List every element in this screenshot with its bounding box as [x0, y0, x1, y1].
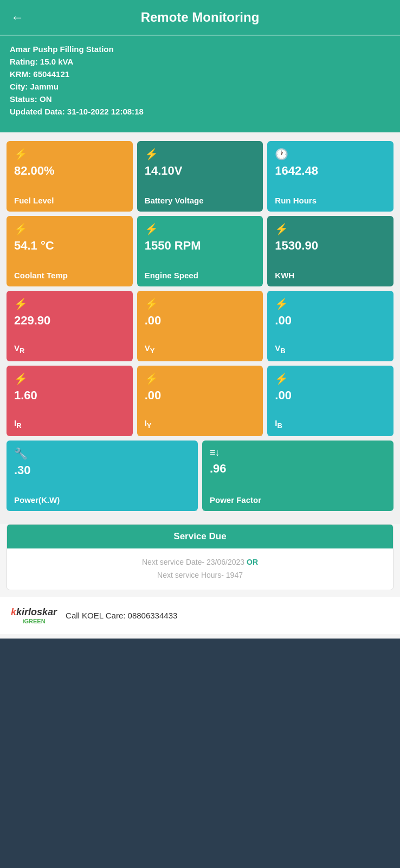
- ir-icon: ⚡: [14, 372, 125, 385]
- vy-card: ⚡ .00 VY: [137, 291, 263, 361]
- power-value: .30: [14, 463, 190, 477]
- power-factor-icon: ≡↓: [210, 447, 386, 458]
- power-factor-label: Power Factor: [210, 495, 386, 505]
- fuel-icon: ⚡: [14, 148, 125, 161]
- vr-icon: ⚡: [14, 297, 125, 310]
- card-row-1: ⚡ 82.00% Fuel Level ⚡ 14.10V Battery Vol…: [7, 141, 393, 212]
- bottom-nav-area: [0, 639, 400, 725]
- updated-data: Updated Data: 31-10-2022 12:08:18: [10, 107, 390, 116]
- krm: KRM: 65044121: [10, 69, 390, 79]
- service-or-text: OR: [247, 558, 258, 566]
- logo: kkirloskar iGREEN: [11, 607, 57, 624]
- card-row-2: ⚡ 54.1 °C Coolant Temp ⚡ 1550 RPM Engine…: [7, 216, 393, 286]
- engine-icon: ⚡: [145, 222, 256, 235]
- vy-icon: ⚡: [145, 297, 256, 310]
- engine-label: Engine Speed: [145, 271, 256, 280]
- vr-value: 229.90: [14, 314, 125, 328]
- fuel-value: 82.00%: [14, 164, 125, 178]
- ir-card: ⚡ 1.60 IR: [7, 366, 133, 436]
- service-due-body: Next service Date- 23/06/2023 OR Next se…: [7, 548, 393, 590]
- card-row-5: 🔧 .30 Power(K.W) ≡↓ .96 Power Factor: [7, 441, 393, 511]
- logo-dot: k: [11, 607, 16, 617]
- power-factor-value: .96: [210, 462, 386, 476]
- page-title: Remote Monitoring: [141, 10, 260, 25]
- contact-info: Call KOEL Care: 08806334433: [66, 611, 177, 620]
- power-factor-card: ≡↓ .96 Power Factor: [202, 441, 393, 511]
- ib-card: ⚡ .00 IB: [267, 366, 393, 436]
- logo-brand-text: kirloskar: [16, 607, 57, 617]
- service-date-text: Next service Date- 23/06/2023: [142, 558, 247, 566]
- iy-label: IY: [145, 418, 256, 430]
- engine-speed-card: ⚡ 1550 RPM Engine Speed: [137, 216, 263, 286]
- power-card: 🔧 .30 Power(K.W): [7, 441, 198, 511]
- kwh-label: KWH: [275, 271, 386, 280]
- vy-label: VY: [145, 343, 256, 355]
- kwh-icon: ⚡: [275, 222, 386, 235]
- city: City: Jammu: [10, 82, 390, 91]
- grid-area: ⚡ 82.00% Fuel Level ⚡ 14.10V Battery Vol…: [0, 132, 400, 524]
- run-hours-label: Run Hours: [275, 196, 386, 205]
- vb-icon: ⚡: [275, 297, 386, 310]
- run-hours-card: 🕐 1642.48 Run Hours: [267, 141, 393, 212]
- header: ← Remote Monitoring: [0, 0, 400, 35]
- battery-voltage-card: ⚡ 14.10V Battery Voltage: [137, 141, 263, 212]
- iy-card: ⚡ .00 IY: [137, 366, 263, 436]
- service-due-section: Service Due Next service Date- 23/06/202…: [7, 524, 393, 590]
- rating: Rating: 15.0 kVA: [10, 57, 390, 66]
- clock-icon: 🕐: [275, 148, 386, 161]
- fuel-label: Fuel Level: [14, 196, 125, 205]
- power-icon: 🔧: [14, 447, 190, 460]
- info-section: Amar Pushp Filling Station Rating: 15.0 …: [0, 35, 400, 132]
- engine-value: 1550 RPM: [145, 239, 256, 253]
- app-wrapper: ← Remote Monitoring Amar Pushp Filling S…: [0, 0, 400, 725]
- service-due-header: Service Due: [7, 525, 393, 548]
- vr-label: VR: [14, 343, 125, 355]
- card-row-4: ⚡ 1.60 IR ⚡ .00 IY ⚡ .00 IB: [7, 366, 393, 436]
- status: Status: ON: [10, 94, 390, 104]
- station-name: Amar Pushp Filling Station: [10, 44, 390, 54]
- ir-label: IR: [14, 418, 125, 430]
- power-label: Power(K.W): [14, 495, 190, 505]
- card-row-3: ⚡ 229.90 VR ⚡ .00 VY ⚡ .00 VB: [7, 291, 393, 361]
- ib-value: .00: [275, 388, 386, 403]
- service-due-line1: Next service Date- 23/06/2023 OR: [15, 556, 385, 569]
- coolant-icon: ⚡: [14, 222, 125, 235]
- iy-value: .00: [145, 388, 256, 403]
- coolant-temp-card: ⚡ 54.1 °C Coolant Temp: [7, 216, 133, 286]
- back-button[interactable]: ←: [11, 10, 24, 25]
- iy-icon: ⚡: [145, 372, 256, 385]
- battery-icon: ⚡: [145, 148, 256, 161]
- ir-value: 1.60: [14, 388, 125, 403]
- kwh-card: ⚡ 1530.90 KWH: [267, 216, 393, 286]
- ib-label: IB: [275, 418, 386, 430]
- kirloskar-logo: kkirloskar: [11, 607, 57, 618]
- kwh-value: 1530.90: [275, 239, 386, 253]
- vb-label: VB: [275, 343, 386, 355]
- coolant-label: Coolant Temp: [14, 271, 125, 280]
- service-due-line2: Next service Hours- 1947: [15, 569, 385, 582]
- vb-value: .00: [275, 314, 386, 328]
- igreen-logo: iGREEN: [22, 618, 45, 624]
- footer: kkirloskar iGREEN Call KOEL Care: 088063…: [0, 597, 400, 634]
- fuel-level-card: ⚡ 82.00% Fuel Level: [7, 141, 133, 212]
- battery-label: Battery Voltage: [145, 196, 256, 205]
- coolant-value: 54.1 °C: [14, 239, 125, 253]
- ib-icon: ⚡: [275, 372, 386, 385]
- run-hours-value: 1642.48: [275, 164, 386, 178]
- vb-card: ⚡ .00 VB: [267, 291, 393, 361]
- vr-card: ⚡ 229.90 VR: [7, 291, 133, 361]
- vy-value: .00: [145, 314, 256, 328]
- battery-value: 14.10V: [145, 164, 256, 178]
